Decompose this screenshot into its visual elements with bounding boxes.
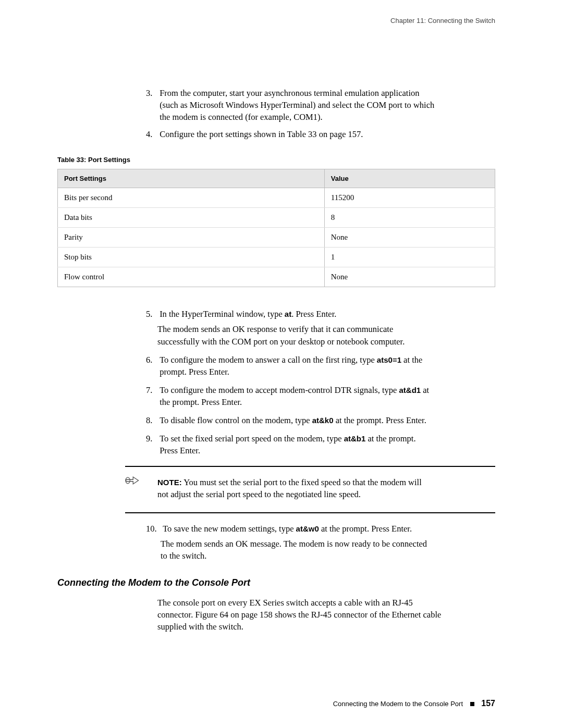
step-9: 9. To set the fixed serial port speed on… — [146, 433, 495, 456]
step-text: In the HyperTerminal window, type at. Pr… — [160, 308, 436, 320]
note-text: NOTE: You must set the serial port to th… — [157, 476, 434, 500]
text-pre: To configure the modem to accept modem-c… — [160, 385, 399, 395]
command: at&d1 — [399, 386, 421, 394]
command: at&b1 — [344, 434, 366, 443]
text-pre: To configure the modem to answer a call … — [160, 355, 377, 365]
step-number: 7. — [146, 384, 157, 396]
note-label: NOTE: — [157, 478, 182, 487]
table-row: Flow controlNone — [58, 267, 495, 287]
cell: None — [324, 228, 495, 248]
table-head-value: Value — [324, 169, 495, 188]
hand-pointer-icon — [125, 474, 143, 489]
step-sub: The modem sends an OK message. The modem… — [161, 538, 434, 562]
step-8: 8. To disable flow control on the modem,… — [146, 414, 495, 426]
table-row: Stop bits1 — [58, 248, 495, 267]
step-5: 5. In the HyperTerminal window, type at.… — [146, 308, 495, 347]
step-3: 3. From the computer, start your asynchr… — [146, 87, 495, 123]
step-number: 5. — [146, 308, 157, 320]
text-pre: In the HyperTerminal window, type — [160, 309, 285, 319]
step-number: 4. — [146, 128, 157, 140]
step-text: From the computer, start your asynchrono… — [160, 87, 436, 123]
command: at&w0 — [296, 524, 319, 533]
ordered-steps-mid: 5. In the HyperTerminal window, type at.… — [146, 308, 495, 456]
page-number: 157 — [481, 699, 495, 708]
text-post: at the prompt. Press Enter. — [334, 415, 426, 425]
page-footer: Connecting the Modem to the Console Port… — [333, 699, 495, 708]
step-number: 10. — [146, 523, 161, 535]
cell: Parity — [58, 228, 325, 248]
text-post: . Press Enter. — [291, 309, 336, 319]
section-body: The console port on every EX Series swit… — [157, 597, 449, 633]
square-bullet-icon — [470, 702, 474, 706]
table-row: Data bits8 — [58, 208, 495, 228]
step-text: To save the new modem settings, type at&… — [163, 523, 436, 535]
command: at — [285, 310, 291, 318]
cell: 8 — [324, 208, 495, 228]
note-block: NOTE: You must set the serial port to th… — [125, 466, 495, 513]
step-4: 4. Configure the port settings shown in … — [146, 128, 495, 140]
note-body: You must set the serial port to the fixe… — [157, 477, 422, 499]
command: at&k0 — [312, 416, 334, 425]
table-row: ParityNone — [58, 228, 495, 248]
step-text: To set the fixed serial port speed on th… — [160, 433, 436, 456]
step-number: 3. — [146, 87, 157, 99]
table-caption: Table 33: Port Settings — [57, 156, 495, 164]
step-7: 7. To configure the modem to accept mode… — [146, 384, 495, 408]
step-number: 9. — [146, 433, 157, 445]
step-sub: The modem sends an OK response to verify… — [157, 323, 434, 347]
step-text: To configure the modem to answer a call … — [160, 354, 436, 378]
cell: Stop bits — [58, 248, 325, 267]
step-text: To disable flow control on the modem, ty… — [160, 414, 436, 426]
cell: Data bits — [58, 208, 325, 228]
ordered-steps-top: 3. From the computer, start your asynchr… — [146, 87, 495, 140]
table-head-settings: Port Settings — [58, 169, 325, 188]
step-text: To configure the modem to accept modem-c… — [160, 384, 436, 408]
ordered-steps-end: 10. To save the new modem settings, type… — [146, 523, 495, 562]
text-post: at the prompt. Press Enter. — [319, 524, 412, 534]
text-pre: To save the new modem settings, type — [163, 524, 296, 534]
chapter-header: Chapter 11: Connecting the Switch — [57, 17, 495, 24]
cell: 1 — [324, 248, 495, 267]
cell: Flow control — [58, 267, 325, 287]
text-pre: To disable flow control on the modem, ty… — [160, 415, 312, 425]
step-number: 8. — [146, 414, 157, 426]
command: ats0=1 — [377, 355, 401, 364]
step-text: Configure the port settings shown in Tab… — [160, 128, 436, 140]
section-heading: Connecting the Modem to the Console Port — [57, 577, 495, 588]
cell: 115200 — [324, 188, 495, 208]
table-row: Bits per second115200 — [58, 188, 495, 208]
text-pre: To set the fixed serial port speed on th… — [160, 434, 344, 443]
footer-text: Connecting the Modem to the Console Port — [333, 700, 463, 708]
step-10: 10. To save the new modem settings, type… — [146, 523, 495, 562]
cell: None — [324, 267, 495, 287]
step-number: 6. — [146, 354, 157, 366]
cell: Bits per second — [58, 188, 325, 208]
port-settings-table: Port Settings Value Bits per second11520… — [57, 169, 495, 287]
step-6: 6. To configure the modem to answer a ca… — [146, 354, 495, 378]
